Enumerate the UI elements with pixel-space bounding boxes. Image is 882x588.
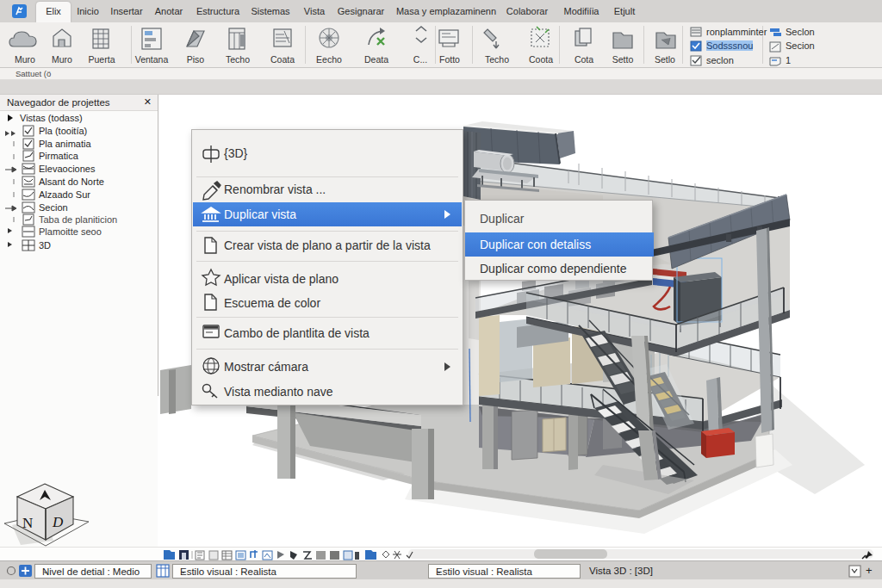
svg-text:Pla animatia: Pla animatia: [39, 139, 91, 149]
svg-text:Alsant do Norte: Alsant do Norte: [39, 176, 104, 187]
svg-text:Alzaado Sur: Alzaado Sur: [39, 189, 90, 200]
svg-text:D: D: [52, 514, 64, 530]
svg-text:Plamoitte seoo: Plamoitte seoo: [39, 226, 102, 237]
svg-text:Secion: Secion: [39, 202, 68, 213]
svg-text:Pirmatica: Pirmatica: [39, 151, 79, 161]
svg-text:3D: 3D: [39, 240, 51, 251]
svg-text:Pla (tooitía): Pla (tooitía): [39, 126, 87, 136]
svg-text:Taba de planiticion: Taba de planiticion: [39, 214, 117, 225]
svg-text:N: N: [22, 515, 33, 531]
svg-text:Vistas (todass): Vistas (todass): [20, 113, 83, 123]
svg-text:Elevaociones: Elevaociones: [39, 164, 96, 174]
